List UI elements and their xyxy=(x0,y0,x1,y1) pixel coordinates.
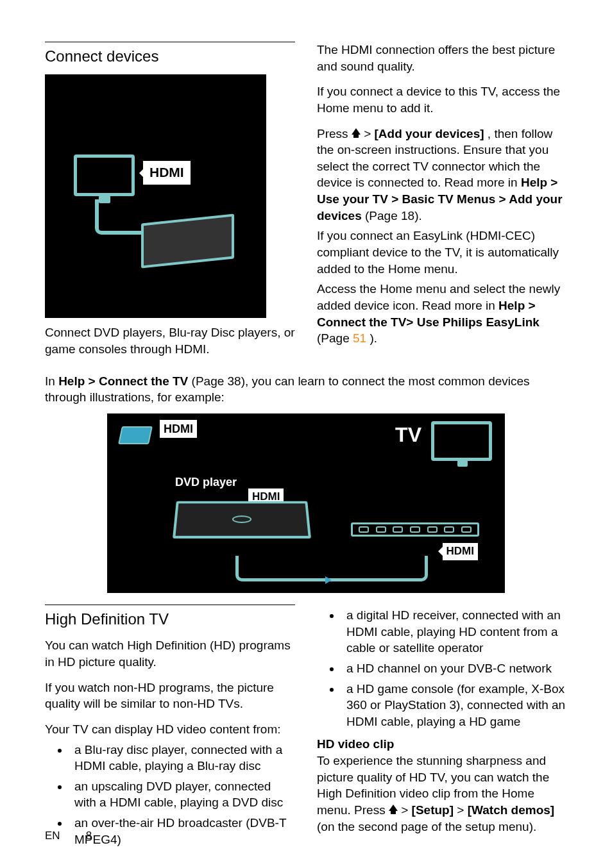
paragraph: If you connect an EasyLink (HDMI-CEC) co… xyxy=(317,228,567,277)
text: ). xyxy=(370,331,377,345)
paragraph: Your TV can display HD video content fro… xyxy=(45,721,295,738)
hd-sources-list-right: a digital HD receiver, connected with an… xyxy=(317,607,567,730)
text: (Page xyxy=(317,331,353,345)
text: > xyxy=(364,127,374,140)
illustration-hdmi-connection: HDMI xyxy=(45,74,266,318)
paragraph: In Help > Connect the TV (Page 38), you … xyxy=(45,373,567,406)
footer-page-number: 8 xyxy=(86,829,92,844)
tv-label: TV xyxy=(395,421,421,449)
list-item: a HD game console (for example, X-Box 36… xyxy=(341,681,567,730)
tv-ports-icon xyxy=(351,522,479,537)
list-item: an upscaling DVD player, connected with … xyxy=(69,778,295,811)
text: Press xyxy=(317,127,352,140)
list-item: a HD channel on your DVB-C network xyxy=(341,660,567,677)
paragraph: HD video clip To experience the stunning… xyxy=(317,736,567,835)
page-footer: EN 8 xyxy=(45,829,92,844)
footer-lang: EN xyxy=(45,829,60,844)
cable-icon xyxy=(235,556,428,581)
device-box-icon xyxy=(141,214,234,269)
text: In xyxy=(45,374,58,388)
dvd-label: DVD player xyxy=(175,474,237,490)
list-item: a Blu-ray disc player, connected with a … xyxy=(69,742,295,774)
menu-path: [Add your devices] xyxy=(375,127,484,140)
paragraph: If you connect a device to this TV, acce… xyxy=(317,83,567,116)
tv-icon xyxy=(74,154,135,196)
hdmi-plug-icon xyxy=(118,426,153,444)
text: (on the second page of the setup menu). xyxy=(317,820,536,833)
hdmi-label: HDMI xyxy=(158,419,198,439)
hdmi-label-bubble: HDMI xyxy=(141,159,192,186)
text: (Page 18). xyxy=(365,209,422,222)
list-item: a digital HD receiver, connected with an… xyxy=(341,607,567,656)
home-icon xyxy=(352,128,361,135)
text: > xyxy=(401,803,411,817)
paragraph: The HDMI connection offers the best pict… xyxy=(317,42,567,74)
illustration-caption: Connect DVD players, Blu-ray Disc player… xyxy=(45,324,295,357)
list-item: an over-the-air HD broadcaster (DVB-T MP… xyxy=(69,815,295,847)
paragraph: Press > [Add your devices] , then follow… xyxy=(317,126,567,224)
tv-icon xyxy=(431,421,492,461)
home-icon xyxy=(389,805,398,811)
dvd-player-icon xyxy=(173,501,311,538)
menu-path: [Watch demos] xyxy=(468,803,554,817)
menu-path: [Setup] xyxy=(412,803,454,817)
arrow-icon xyxy=(325,576,332,584)
paragraph: Access the Home menu and select the newl… xyxy=(317,281,567,347)
paragraph: You can watch High Definition (HD) progr… xyxy=(45,637,295,670)
sub-heading: HD video clip xyxy=(317,737,394,751)
hdmi-label: HDMI xyxy=(441,542,479,562)
section-heading-connect: Connect devices xyxy=(45,42,295,67)
text: > xyxy=(457,803,467,817)
section-heading-hd: High Definition TV xyxy=(45,605,295,630)
illustration-connection-diagram: HDMI TV DVD player HDMI HDMI xyxy=(107,413,505,593)
menu-path: Help > Connect the TV xyxy=(58,374,188,388)
paragraph: If you watch non-HD programs, the pictur… xyxy=(45,680,295,712)
page-ref-link[interactable]: 51 xyxy=(353,331,366,345)
